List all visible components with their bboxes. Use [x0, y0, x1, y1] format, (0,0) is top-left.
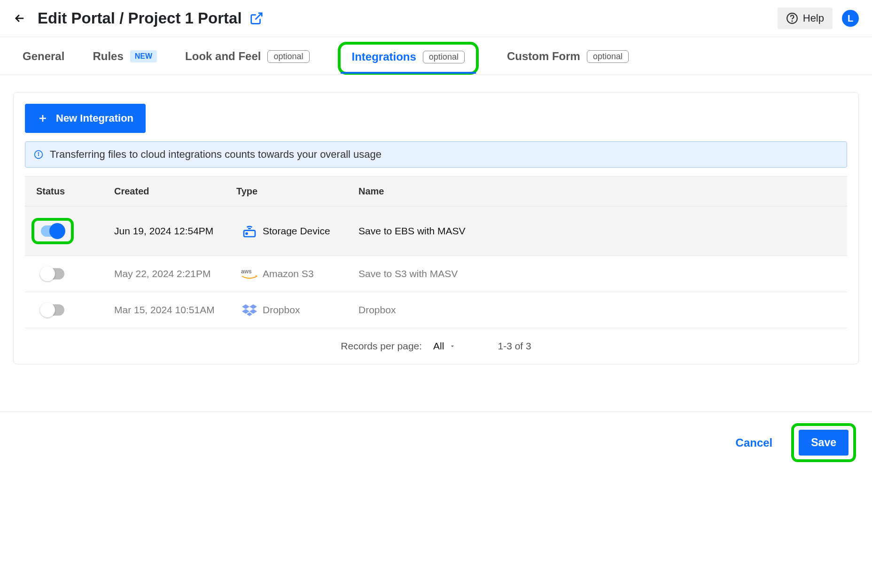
type-label: Storage Device [263, 225, 330, 237]
tab-integrations[interactable]: Integrations optional [338, 42, 479, 75]
svg-point-1 [792, 21, 792, 21]
status-toggle[interactable] [41, 304, 64, 316]
name-cell: Dropbox [358, 304, 847, 316]
new-badge: NEW [130, 50, 157, 62]
info-text: Transferring files to cloud integrations… [50, 148, 382, 161]
external-link-icon[interactable] [249, 11, 264, 25]
type-cell: Dropbox [236, 303, 358, 317]
col-status: Status [25, 186, 114, 197]
cancel-button[interactable]: Cancel [736, 436, 773, 449]
cancel-label: Cancel [736, 436, 773, 449]
status-toggle[interactable] [41, 225, 64, 237]
table-row[interactable]: Mar 15, 2024 10:51AM Dropbox Dropbox [25, 292, 847, 328]
created-cell: May 22, 2024 2:21PM [114, 268, 236, 279]
highlight-box [31, 218, 74, 244]
page-header: Edit Portal / Project 1 Portal Help L [0, 0, 872, 37]
tab-label: Custom Form [507, 50, 580, 63]
tab-look-and-feel[interactable]: Look and Feel optional [185, 48, 309, 75]
content-area: New Integration Transferring files to cl… [0, 75, 872, 364]
tab-label: Integrations [352, 50, 416, 63]
col-type: Type [236, 186, 358, 197]
type-label: Amazon S3 [263, 268, 314, 279]
name-cell: Save to S3 with MASV [358, 268, 847, 279]
status-cell [25, 268, 114, 279]
svg-marker-9 [242, 309, 249, 314]
tab-custom-form[interactable]: Custom Form optional [507, 48, 629, 75]
name-cell: Save to EBS with MASV [358, 225, 847, 237]
optional-badge: optional [423, 51, 465, 63]
help-label: Help [803, 12, 824, 24]
new-integration-label: New Integration [56, 112, 133, 124]
table-row[interactable]: Jun 19, 2024 12:54PM Storage Device Save… [25, 207, 847, 256]
save-button[interactable]: Save [799, 430, 849, 456]
page-title-text: Edit Portal / Project 1 Portal [38, 9, 242, 27]
tab-general[interactable]: General [23, 48, 64, 75]
help-button[interactable]: Help [778, 8, 833, 29]
new-integration-button[interactable]: New Integration [25, 104, 146, 133]
svg-marker-11 [247, 312, 252, 316]
pager-label: Records per page: [341, 340, 422, 352]
svg-marker-10 [249, 309, 257, 314]
back-arrow-icon[interactable] [13, 12, 26, 25]
avatar[interactable]: L [842, 10, 859, 27]
dropbox-icon [236, 303, 263, 317]
status-cell [25, 218, 114, 244]
info-banner: Transferring files to cloud integrations… [25, 141, 847, 168]
integrations-card: New Integration Transferring files to cl… [13, 92, 859, 364]
tab-label: Rules [93, 50, 123, 63]
tab-label: General [23, 50, 64, 63]
col-created: Created [114, 186, 236, 197]
avatar-letter: L [848, 13, 853, 24]
svg-point-5 [246, 233, 247, 234]
created-cell: Mar 15, 2024 10:51AM [114, 304, 236, 316]
svg-marker-8 [249, 304, 257, 309]
tabs-bar: General Rules NEW Look and Feel optional… [0, 37, 872, 75]
aws-icon: aws [236, 267, 263, 280]
type-cell: Storage Device [236, 224, 358, 239]
info-icon [34, 150, 43, 159]
optional-badge: optional [267, 50, 309, 63]
created-cell: Jun 19, 2024 12:54PM [114, 225, 236, 237]
svg-marker-7 [242, 304, 249, 309]
pager-range: 1-3 of 3 [498, 340, 531, 352]
records-per-page-select[interactable]: All [433, 340, 456, 352]
status-cell [25, 304, 114, 316]
tab-rules[interactable]: Rules NEW [93, 48, 157, 75]
svg-text:aws: aws [241, 268, 252, 275]
optional-badge: optional [587, 50, 629, 63]
table-row[interactable]: May 22, 2024 2:21PM aws Amazon S3 Save t… [25, 256, 847, 292]
header-actions: Help L [778, 8, 859, 29]
tab-label: Look and Feel [185, 50, 261, 63]
storage-device-icon [236, 224, 263, 239]
status-toggle[interactable] [41, 268, 64, 279]
integrations-table: Status Created Type Name Jun 19, 2024 12… [25, 176, 847, 364]
footer-bar: Cancel Save [0, 411, 872, 473]
col-name: Name [358, 186, 847, 197]
highlight-box: Save [791, 423, 856, 462]
save-label: Save [811, 436, 836, 449]
pager-value: All [433, 340, 444, 352]
type-label: Dropbox [263, 304, 300, 316]
svg-point-3 [38, 153, 39, 153]
pagination: Records per page: All 1-3 of 3 [25, 328, 847, 364]
table-header-row: Status Created Type Name [25, 176, 847, 207]
type-cell: aws Amazon S3 [236, 267, 358, 280]
page-title: Edit Portal / Project 1 Portal [38, 9, 778, 27]
